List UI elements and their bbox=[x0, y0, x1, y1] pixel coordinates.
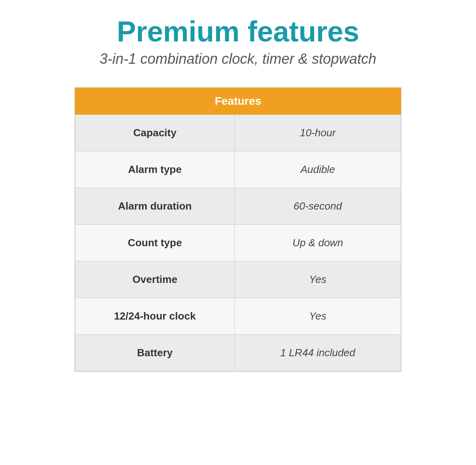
cell-label: Alarm duration bbox=[75, 188, 235, 224]
table-body: Capacity10-hourAlarm typeAudibleAlarm du… bbox=[75, 115, 401, 371]
table-row: Count typeUp & down bbox=[75, 225, 401, 261]
cell-label: Battery bbox=[75, 335, 235, 371]
cell-label: 12/24-hour clock bbox=[75, 298, 235, 334]
cell-value: Audible bbox=[235, 151, 401, 188]
table-header-label: Features bbox=[215, 95, 262, 107]
page-title: Premium features bbox=[117, 16, 359, 47]
cell-value: 60-second bbox=[235, 188, 401, 224]
table-row: Battery1 LR44 included bbox=[75, 335, 401, 371]
cell-value: Up & down bbox=[235, 225, 401, 261]
table-row: Capacity10-hour bbox=[75, 115, 401, 151]
page-subtitle: 3-in-1 combination clock, timer & stopwa… bbox=[100, 51, 376, 67]
table-row: Alarm duration60-second bbox=[75, 188, 401, 225]
features-table: Features Capacity10-hourAlarm typeAudibl… bbox=[75, 87, 401, 372]
table-row: 12/24-hour clockYes bbox=[75, 298, 401, 335]
cell-label: Alarm type bbox=[75, 151, 235, 188]
cell-label: Capacity bbox=[75, 115, 235, 151]
cell-label: Overtime bbox=[75, 261, 235, 298]
table-row: OvertimeYes bbox=[75, 261, 401, 298]
cell-value: 10-hour bbox=[235, 115, 401, 151]
cell-value: Yes bbox=[235, 261, 401, 298]
table-header: Features bbox=[75, 88, 401, 115]
cell-value: Yes bbox=[235, 298, 401, 334]
cell-value: 1 LR44 included bbox=[235, 335, 401, 371]
table-row: Alarm typeAudible bbox=[75, 151, 401, 188]
cell-label: Count type bbox=[75, 225, 235, 261]
